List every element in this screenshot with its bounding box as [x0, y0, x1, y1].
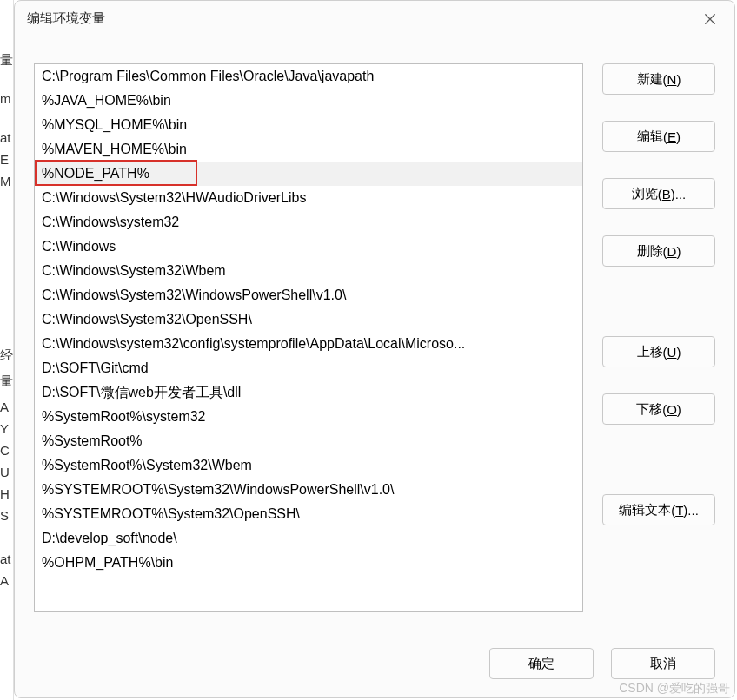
move-up-button[interactable]: 上移(U)	[602, 336, 715, 367]
background-text-fragment: U	[0, 465, 10, 479]
list-item[interactable]: %MYSQL_HOME%\bin	[35, 113, 582, 137]
background-text-fragment: H	[0, 486, 10, 501]
list-item[interactable]: %SystemRoot%\system32	[35, 405, 582, 429]
content-area: C:\Program Files\Common Files\Oracle\Jav…	[15, 37, 734, 630]
background-text-fragment: 量	[0, 373, 13, 390]
list-item[interactable]: %SystemRoot%\System32\Wbem	[35, 453, 582, 478]
background-text-fragment: 经	[0, 347, 13, 364]
list-item[interactable]: C:\Windows\system32	[35, 210, 582, 234]
list-item[interactable]: C:\Windows\System32\OpenSSH\	[35, 307, 582, 332]
background-text-fragment: at	[0, 551, 11, 566]
list-item[interactable]: %JAVA_HOME%\bin	[35, 89, 582, 113]
list-item[interactable]: %SYSTEMROOT%\System32\WindowsPowerShell\…	[35, 478, 582, 502]
background-text-fragment: Y	[0, 421, 9, 436]
list-item[interactable]: D:\SOFT\微信web开发者工具\dll	[35, 380, 582, 405]
list-item[interactable]: C:\Windows	[35, 234, 582, 259]
ok-button[interactable]: 确定	[489, 648, 594, 679]
list-item[interactable]: C:\Windows\System32\HWAudioDriverLibs	[35, 186, 582, 210]
list-item[interactable]: C:\Windows\System32\Wbem	[35, 259, 582, 283]
background-text-fragment: A	[0, 573, 9, 588]
list-item[interactable]: %SystemRoot%	[35, 429, 582, 453]
titlebar: 编辑环境变量	[15, 1, 734, 37]
list-item[interactable]: C:\Windows\system32\config\systemprofile…	[35, 332, 582, 356]
bottom-bar: 确定 取消	[15, 630, 734, 697]
list-item[interactable]: %SYSTEMROOT%\System32\OpenSSH\	[35, 502, 582, 526]
list-item[interactable]: D:\SOFT\Git\cmd	[35, 356, 582, 380]
list-item[interactable]: C:\Windows\System32\WindowsPowerShell\v1…	[35, 283, 582, 307]
delete-button[interactable]: 删除(D)	[602, 235, 715, 267]
new-button[interactable]: 新建(N)	[602, 63, 715, 95]
list-item[interactable]: %OHPM_PATH%\bin	[35, 551, 582, 575]
background-text-fragment: A	[0, 400, 9, 414]
list-item[interactable]: C:\Program Files\Common Files\Oracle\Jav…	[35, 64, 582, 89]
browse-button[interactable]: 浏览(B)...	[602, 178, 715, 209]
path-listbox[interactable]: C:\Program Files\Common Files\Oracle\Jav…	[34, 63, 583, 612]
close-button[interactable]	[698, 7, 722, 31]
edit-text-button[interactable]: 编辑文本(T)...	[602, 494, 715, 525]
cancel-button[interactable]: 取消	[611, 648, 715, 679]
edit-env-var-dialog: 编辑环境变量 C:\Program Files\Common Files\Ora…	[14, 0, 735, 698]
background-text-fragment: m	[0, 91, 11, 106]
dialog-title: 编辑环境变量	[27, 10, 698, 27]
background-text-fragment: S	[0, 508, 9, 523]
close-icon	[704, 13, 716, 25]
background-text-fragment: 量	[0, 52, 13, 69]
list-item[interactable]: %MAVEN_HOME%\bin	[35, 137, 582, 162]
background-text-fragment: M	[0, 174, 11, 188]
move-down-button[interactable]: 下移(O)	[602, 393, 715, 425]
background-text-fragment: at	[0, 130, 11, 145]
list-item[interactable]: %NODE_PATH%	[35, 162, 582, 186]
list-item[interactable]: D:\develop_soft\node\	[35, 526, 582, 551]
side-buttons: 新建(N) 编辑(E) 浏览(B)... 删除(D) 上移(U) 下移(O) 编…	[602, 63, 715, 630]
edit-button[interactable]: 编辑(E)	[602, 121, 715, 152]
background-text-fragment: E	[0, 152, 9, 167]
background-text-fragment: C	[0, 443, 10, 458]
